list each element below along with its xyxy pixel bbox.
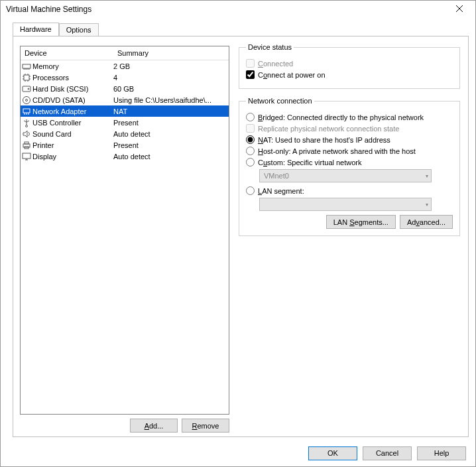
radio-lan-segment[interactable]: LAN segment: bbox=[246, 186, 453, 195]
svg-point-25 bbox=[26, 125, 28, 127]
tab-hardware[interactable]: Hardware bbox=[13, 23, 59, 36]
row-cd-dvd[interactable]: CD/DVD (SATA) Using file C:\Users\saifud… bbox=[21, 94, 229, 105]
row-sound-card[interactable]: Sound Card Auto detect bbox=[21, 128, 229, 139]
remove-button[interactable]: Remove bbox=[182, 419, 229, 433]
connect-power-on-label: Connect at power on bbox=[258, 71, 326, 79]
device-label: Processors bbox=[32, 74, 112, 82]
nic-icon bbox=[21, 107, 32, 116]
row-usb-controller[interactable]: USB Controller Present bbox=[21, 117, 229, 128]
row-memory[interactable]: Memory 2 GB bbox=[21, 60, 229, 72]
radio-host-only[interactable]: Host-only: A private network shared with… bbox=[246, 147, 453, 155]
replicate-checkbox: Replicate physical network connection st… bbox=[246, 124, 453, 133]
device-label: Printer bbox=[32, 141, 112, 149]
device-label: Hard Disk (SCSI) bbox=[32, 85, 112, 93]
connected-label: Connected bbox=[258, 60, 293, 68]
network-connection-legend: Network connection bbox=[246, 97, 314, 105]
svg-rect-8 bbox=[24, 75, 29, 80]
device-list[interactable]: Device Summary Memory 2 GB Processors 4 … bbox=[20, 46, 229, 415]
device-summary: Auto detect bbox=[112, 130, 229, 138]
svg-point-20 bbox=[26, 99, 28, 101]
network-buttons: LAN Segments... Advanced... bbox=[246, 215, 453, 229]
svg-line-27 bbox=[24, 121, 27, 122]
bridged-label: Bridged: Connected directly to the physi… bbox=[258, 113, 424, 121]
ok-button[interactable]: OK bbox=[308, 446, 357, 460]
hardware-panel: Device Summary Memory 2 GB Processors 4 … bbox=[13, 36, 469, 437]
host-only-label: Host-only: A private network shared with… bbox=[258, 147, 416, 155]
right-pane: Device status Connected Connect at power… bbox=[239, 43, 460, 427]
window-title: Virtual Machine Settings bbox=[6, 5, 91, 14]
tab-options[interactable]: Options bbox=[59, 23, 99, 36]
cd-icon bbox=[21, 96, 32, 105]
device-label: Sound Card bbox=[32, 130, 112, 138]
svg-rect-2 bbox=[23, 64, 30, 68]
device-summary: NAT bbox=[112, 107, 229, 115]
device-summary: Using file C:\Users\saifudhe\... bbox=[112, 96, 229, 104]
device-label: CD/DVD (SATA) bbox=[32, 96, 112, 104]
row-network-adapter[interactable]: Network Adapter NAT bbox=[21, 105, 229, 117]
tabstrip: Hardware Options bbox=[13, 22, 475, 36]
svg-rect-33 bbox=[23, 153, 30, 159]
row-printer[interactable]: Printer Present bbox=[21, 139, 229, 151]
svg-marker-29 bbox=[23, 131, 27, 137]
help-button[interactable]: Help bbox=[417, 446, 466, 460]
device-summary: 4 bbox=[112, 74, 229, 82]
lan-segment-label: LAN segment: bbox=[258, 187, 304, 195]
memory-icon bbox=[21, 62, 32, 71]
close-icon bbox=[456, 5, 463, 14]
svg-point-18 bbox=[28, 88, 29, 90]
col-device[interactable]: Device bbox=[21, 49, 116, 57]
connect-at-power-on-checkbox[interactable]: Connect at power on bbox=[246, 70, 453, 79]
device-summary: Present bbox=[112, 141, 229, 149]
device-summary: 60 GB bbox=[112, 85, 229, 93]
device-label: Network Adapter bbox=[32, 107, 112, 115]
device-summary: Auto detect bbox=[112, 153, 229, 161]
lan-segments-button[interactable]: LAN Segments... bbox=[326, 215, 396, 229]
nat-label: NAT: Used to share the host's IP address bbox=[258, 136, 390, 144]
svg-rect-31 bbox=[25, 142, 29, 144]
usb-icon bbox=[21, 118, 32, 127]
titlebar: Virtual Machine Settings bbox=[1, 1, 475, 18]
row-display[interactable]: Display Auto detect bbox=[21, 151, 229, 162]
connected-checkbox: Connected bbox=[246, 59, 453, 68]
printer-icon bbox=[21, 141, 32, 150]
add-button[interactable]: Add... bbox=[130, 419, 178, 433]
disk-icon bbox=[21, 84, 32, 94]
chevron-down-icon: ▾ bbox=[426, 173, 428, 179]
device-label: Memory bbox=[32, 62, 112, 70]
vm-settings-window: Virtual Machine Settings Hardware Option… bbox=[0, 0, 476, 467]
cancel-button[interactable]: Cancel bbox=[363, 446, 412, 460]
custom-label: Custom: Specific virtual network bbox=[258, 159, 362, 167]
sound-icon bbox=[21, 129, 32, 139]
svg-rect-21 bbox=[23, 109, 30, 113]
device-list-header: Device Summary bbox=[21, 46, 229, 60]
device-summary: 2 GB bbox=[112, 62, 229, 70]
replicate-label: Replicate physical network connection st… bbox=[258, 125, 399, 133]
col-summary[interactable]: Summary bbox=[116, 49, 229, 57]
chevron-down-icon: ▾ bbox=[426, 202, 428, 208]
device-buttons: Add... Remove bbox=[20, 419, 229, 433]
radio-custom[interactable]: Custom: Specific virtual network bbox=[246, 158, 453, 167]
lan-segment-combo: ▾ bbox=[259, 198, 432, 211]
custom-network-combo: VMnet0 ▾ bbox=[259, 169, 432, 182]
svg-point-19 bbox=[23, 96, 30, 103]
radio-nat[interactable]: NAT: Used to share the host's IP address bbox=[246, 135, 453, 144]
close-button[interactable] bbox=[447, 2, 471, 17]
radio-bridged[interactable]: Bridged: Connected directly to the physi… bbox=[246, 113, 453, 121]
dialog-footer: OK Cancel Help bbox=[1, 440, 475, 466]
network-connection-group: Network connection Bridged: Connected di… bbox=[239, 97, 460, 236]
row-processors[interactable]: Processors 4 bbox=[21, 72, 229, 83]
svg-line-28 bbox=[27, 121, 29, 122]
device-summary: Present bbox=[112, 119, 229, 127]
device-pane: Device Summary Memory 2 GB Processors 4 … bbox=[20, 46, 229, 427]
device-label: Display bbox=[32, 153, 112, 161]
device-status-group: Device status Connected Connect at power… bbox=[239, 43, 460, 89]
advanced-button[interactable]: Advanced... bbox=[400, 215, 453, 229]
display-icon bbox=[21, 152, 32, 161]
row-hard-disk[interactable]: Hard Disk (SCSI) 60 GB bbox=[21, 83, 229, 94]
cpu-icon bbox=[21, 73, 32, 82]
device-status-legend: Device status bbox=[246, 43, 294, 51]
custom-network-value: VMnet0 bbox=[264, 172, 289, 180]
device-label: USB Controller bbox=[32, 119, 112, 127]
